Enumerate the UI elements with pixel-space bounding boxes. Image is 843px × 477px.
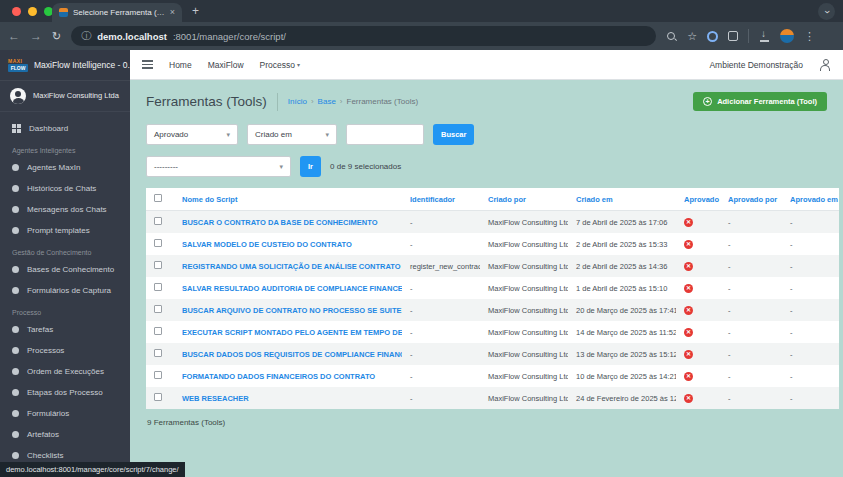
go-button[interactable]: Ir [300, 156, 321, 177]
url-host: demo.localhost [97, 31, 167, 42]
column-header-identifier[interactable]: Identificador [402, 188, 480, 211]
column-header-created-by[interactable]: Criado por [480, 188, 568, 211]
script-link[interactable]: SALVAR MODELO DE CUSTEIO DO CONTRATO [182, 240, 352, 249]
circle-icon [12, 452, 19, 459]
breadcrumb-inicio[interactable]: Início [288, 97, 307, 106]
new-tab-button[interactable]: + [192, 5, 199, 17]
row-checkbox[interactable] [154, 239, 162, 247]
created-by-cell: MaxiFlow Consulting Ltda [480, 277, 568, 299]
row-checkbox[interactable] [154, 261, 162, 269]
sidebar-section-processo: Processo [0, 301, 130, 319]
script-link[interactable]: WEB RESEACHER [182, 394, 249, 403]
column-header-approved-at[interactable]: Aprovado em [782, 188, 839, 211]
script-link[interactable]: FORMATANDO DADOS FINANCEIROS DO CONTRATO [182, 372, 375, 381]
sidebar-item-label: Artefatos [27, 430, 59, 439]
approved-at-cell: - [782, 255, 839, 277]
sidebar-item-historicos-chats[interactable]: Históricos de Chats [0, 178, 130, 199]
action-select[interactable]: --------- ▾ [146, 156, 291, 177]
nav-item-home[interactable]: Home [169, 60, 192, 70]
script-link[interactable]: BUSCAR DADOS DOS REQUISITOS DE COMPLIANC… [182, 350, 402, 359]
created-filter-select[interactable]: Criado em ▾ [247, 124, 337, 145]
sidebar-item-prompt-templates[interactable]: Prompt templates [0, 220, 130, 241]
select-all-checkbox[interactable] [154, 194, 162, 202]
column-header-name[interactable]: Nome do Script [174, 188, 402, 211]
zoom-icon[interactable] [666, 31, 677, 42]
created-by-cell: MaxiFlow Consulting Ltda [480, 255, 568, 277]
filter-bar: Aprovado ▾ Criado em ▾ Buscar [146, 124, 827, 145]
created-at-cell: 1 de Abril de 2025 às 15:10 [568, 277, 676, 299]
approved-at-cell: - [782, 211, 839, 234]
script-link[interactable]: REGISTRANDO UMA SOLICITAÇÃO DE ANÁLISE C… [182, 262, 401, 271]
reload-button[interactable]: ↻ [52, 30, 61, 42]
page-title: Ferramentas (Tools) [146, 94, 267, 109]
site-info-icon[interactable]: ⓘ [81, 31, 91, 41]
sidebar-item-mensagens-chats[interactable]: Mensagens dos Chats [0, 199, 130, 220]
user-account-icon[interactable] [819, 59, 831, 71]
column-header-created-at[interactable]: Criado em [568, 188, 676, 211]
chevron-down-icon: ▾ [325, 131, 329, 139]
sidebar-item-ordem-execucoes[interactable]: Ordem de Execuções [0, 361, 130, 382]
browser-tab[interactable]: Selecione Ferramenta (Tool) p × [52, 3, 182, 22]
search-input[interactable] [346, 124, 424, 145]
extensions-icon[interactable] [728, 31, 738, 41]
row-checkbox[interactable] [154, 327, 162, 335]
nav-item-maxiflow[interactable]: MaxiFlow [208, 60, 244, 70]
sidebar-item-agentes-maxin[interactable]: Agentes MaxIn [0, 157, 130, 178]
row-checkbox[interactable] [154, 305, 162, 313]
nav-item-processo[interactable]: Processo▾ [260, 60, 300, 70]
sidebar-item-tarefas[interactable]: Tarefas [0, 319, 130, 340]
created-at-cell: 2 de Abril de 2025 às 14:36 [568, 255, 676, 277]
sidebar-item-artefatos[interactable]: Artefatos [0, 424, 130, 445]
hamburger-menu-icon[interactable] [142, 60, 153, 69]
column-header-approved-by[interactable]: Aprovado por [720, 188, 782, 211]
forward-button[interactable]: → [30, 30, 42, 42]
column-header-approved[interactable]: Aprovado [676, 188, 720, 211]
brand-bar[interactable]: MAXI FLOW MaxiFlow Intelligence - 0.5.0 [0, 50, 130, 80]
profile-avatar[interactable] [780, 29, 794, 43]
bookmark-star-icon[interactable]: ☆ [687, 31, 697, 42]
search-button[interactable]: Buscar [433, 124, 474, 145]
not-approved-icon: ✕ [684, 218, 693, 227]
script-link[interactable]: BUSCAR O CONTRATO DA BASE DE CONHECIMENT… [182, 218, 378, 227]
address-bar[interactable]: ⓘ demo.localhost:8001/manager/core/scrip… [71, 26, 656, 46]
sidebar-item-dashboard[interactable]: Dashboard [0, 118, 130, 139]
add-tool-button[interactable]: + Adicionar Ferramenta (Tool) [693, 92, 827, 111]
breadcrumb-base[interactable]: Base [318, 97, 336, 106]
back-button[interactable]: ← [8, 30, 20, 42]
approved-filter-select[interactable]: Aprovado ▾ [146, 124, 238, 145]
row-checkbox[interactable] [154, 283, 162, 291]
browser-menu-icon[interactable]: ⋮ [804, 30, 815, 43]
sidebar-item-formularios-captura[interactable]: Formulários de Captura [0, 280, 130, 301]
downloads-icon[interactable] [759, 31, 770, 42]
created-by-cell: MaxiFlow Consulting Ltda [480, 211, 568, 234]
tab-search-button[interactable]: › [818, 3, 835, 20]
approved-at-cell: - [782, 233, 839, 255]
sidebar-user[interactable]: MaxiFlow Consulting Ltda [0, 80, 130, 112]
window-close-button[interactable] [12, 7, 21, 16]
sidebar-item-etapas-processo[interactable]: Etapas dos Processo [0, 382, 130, 403]
sidebar-item-label: Formulários [27, 409, 69, 418]
row-checkbox[interactable] [154, 349, 162, 357]
sidebar-item-processos[interactable]: Processos [0, 340, 130, 361]
user-avatar-icon [10, 88, 26, 104]
sidebar-item-bases-conhecimento[interactable]: Bases de Conhecimento [0, 259, 130, 280]
tab-close-icon[interactable]: × [170, 8, 175, 17]
row-checkbox[interactable] [154, 371, 162, 379]
script-link[interactable]: BUSCAR ARQUIVO DE CONTRATO NO PROCESSO S… [182, 306, 401, 315]
window-minimize-button[interactable] [28, 7, 37, 16]
script-link[interactable]: SALVAR RESULTADO AUDITORIA DE COMPLIANCE… [182, 284, 402, 293]
add-tool-label: Adicionar Ferramenta (Tool) [717, 97, 817, 106]
user-name: MaxiFlow Consulting Ltda [33, 91, 119, 100]
circle-icon [12, 389, 19, 396]
row-checkbox[interactable] [154, 393, 162, 401]
sidebar-menu: Dashboard Agentes Inteligentes Agentes M… [0, 112, 130, 477]
approved-at-cell: - [782, 387, 839, 409]
password-extension-icon[interactable] [707, 31, 718, 42]
created-at-cell: 7 de Abril de 2025 às 17:06 [568, 211, 676, 234]
sidebar-item-label: Formulários de Captura [27, 286, 111, 295]
row-checkbox[interactable] [154, 217, 162, 225]
sidebar-item-formularios[interactable]: Formulários [0, 403, 130, 424]
sidebar-item-label: Bases de Conhecimento [27, 265, 114, 274]
script-link[interactable]: EXECUTAR SCRIPT MONTADO PELO AGENTE EM T… [182, 328, 402, 337]
table-row: BUSCAR DADOS DOS REQUISITOS DE COMPLIANC… [146, 343, 839, 365]
